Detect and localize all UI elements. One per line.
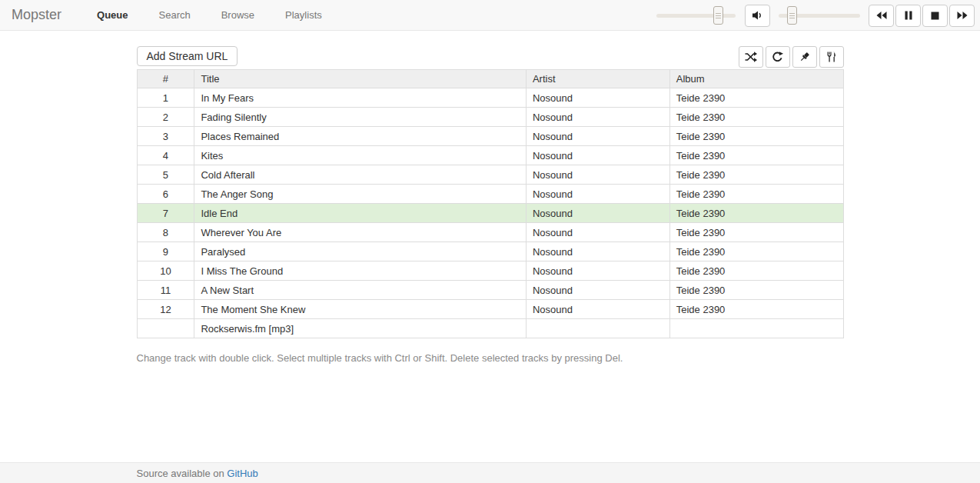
nav-item-queue[interactable]: Queue [92,6,132,24]
main-content: Add Stream URL [0,31,980,462]
track-album: Teide 2390 [669,281,843,300]
track-number: 4 [137,146,194,165]
table-row[interactable]: 6The Anger SongNosoundTeide 2390 [137,185,843,204]
track-title: The Anger Song [194,185,527,204]
repeat-icon [772,52,783,62]
pause-icon [905,11,912,20]
column-header-artist[interactable]: Artist [526,70,669,88]
track-number [137,319,194,338]
track-album: Teide 2390 [669,108,843,127]
previous-button[interactable] [869,5,894,27]
table-row[interactable]: 3Places RemainedNosoundTeide 2390 [137,127,843,146]
forward-icon [957,11,968,20]
track-artist: Nosound [526,242,669,261]
track-number: 10 [137,261,194,281]
table-row[interactable]: Rockserwis.fm [mp3] [137,319,843,338]
shuffle-button[interactable] [739,46,763,68]
transport-buttons [869,5,975,27]
column-header-title[interactable]: Title [194,70,527,88]
seek-slider-track[interactable] [656,14,736,18]
track-title: Rockserwis.fm [mp3] [194,319,527,338]
track-title: Paralysed [194,242,527,261]
nav-item-search[interactable]: Search [154,6,195,24]
help-text: Change track with double click. Select m… [137,352,844,364]
table-row[interactable]: 11A New StartNosoundTeide 2390 [137,281,843,300]
track-number: 3 [137,127,194,146]
table-row[interactable]: 5Cold AfterallNosoundTeide 2390 [137,165,843,185]
track-number: 1 [137,88,194,108]
table-row[interactable]: 4KitesNosoundTeide 2390 [137,146,843,165]
nav-item-playlists[interactable]: Playlists [281,6,327,24]
table-row[interactable]: 12The Moment She KnewNosoundTeide 2390 [137,300,843,319]
single-mode-button[interactable] [792,46,817,68]
track-title: Idle End [194,204,527,223]
track-title: The Moment She Knew [194,300,527,319]
backward-icon [876,11,887,20]
track-title: Fading Silently [194,108,527,127]
mute-button[interactable] [745,5,770,27]
pause-button[interactable] [895,5,921,27]
next-button[interactable] [949,5,975,27]
track-artist: Nosound [526,108,669,127]
nav-item-browse[interactable]: Browse [217,6,259,24]
volume-icon [752,10,763,21]
seek-slider-handle[interactable] [713,6,723,25]
stop-button[interactable] [922,5,948,27]
footer-text: Source available on [137,468,228,479]
track-title: Places Remained [194,127,527,146]
column-header-number[interactable]: # [137,70,194,88]
track-number: 9 [137,242,194,261]
track-album: Teide 2390 [669,242,843,261]
volume-slider-handle[interactable] [787,6,797,25]
track-title: I Miss The Ground [194,261,527,281]
github-link[interactable]: GitHub [227,468,257,479]
track-title: A New Start [194,281,527,300]
shuffle-icon [745,52,757,62]
cutlery-icon [826,52,836,62]
track-album: Teide 2390 [669,204,843,223]
stop-icon [931,12,939,20]
track-title: Kites [194,146,527,165]
track-artist: Nosound [526,146,669,165]
track-album: Teide 2390 [669,223,843,242]
track-artist: Nosound [526,127,669,146]
track-title: Cold Afterall [194,165,527,185]
track-album [669,319,843,338]
track-artist [526,319,669,338]
track-artist: Nosound [526,204,669,223]
track-album: Teide 2390 [669,146,843,165]
track-title: Wherever You Are [194,223,527,242]
queue-table-body: 1In My FearsNosoundTeide 23902Fading Sil… [137,88,843,338]
track-album: Teide 2390 [669,88,843,108]
seek-slider[interactable] [656,6,736,25]
add-stream-url-button[interactable]: Add Stream URL [137,46,238,66]
table-row[interactable]: 1In My FearsNosoundTeide 2390 [137,88,843,108]
track-number: 11 [137,281,194,300]
brand[interactable]: Mopster [12,7,61,23]
queue-toolbar: Add Stream URL [137,46,844,68]
track-album: Teide 2390 [669,185,843,204]
consume-mode-button[interactable] [819,46,844,68]
table-row[interactable]: 8Wherever You AreNosoundTeide 2390 [137,223,843,242]
track-album: Teide 2390 [669,261,843,281]
column-header-album[interactable]: Album [669,70,843,88]
queue-table: # Title Artist Album 1In My FearsNosound… [137,69,844,338]
table-header-row: # Title Artist Album [137,70,843,88]
track-number: 5 [137,165,194,185]
track-title: In My Fears [194,88,527,108]
track-number: 6 [137,185,194,204]
track-number: 12 [137,300,194,319]
track-album: Teide 2390 [669,165,843,185]
track-album: Teide 2390 [669,127,843,146]
table-row[interactable]: 10I Miss The GroundNosoundTeide 2390 [137,261,843,281]
table-row[interactable]: 2Fading SilentlyNosoundTeide 2390 [137,108,843,127]
table-row[interactable]: 9ParalysedNosoundTeide 2390 [137,242,843,261]
track-album: Teide 2390 [669,300,843,319]
playback-mode-buttons [739,46,844,68]
repeat-button[interactable] [766,46,790,68]
track-artist: Nosound [526,165,669,185]
navbar: Mopster Queue Search Browse Playlists [0,0,980,31]
table-row[interactable]: 7Idle EndNosoundTeide 2390 [137,204,843,223]
volume-slider[interactable] [779,6,860,25]
track-artist: Nosound [526,261,669,281]
